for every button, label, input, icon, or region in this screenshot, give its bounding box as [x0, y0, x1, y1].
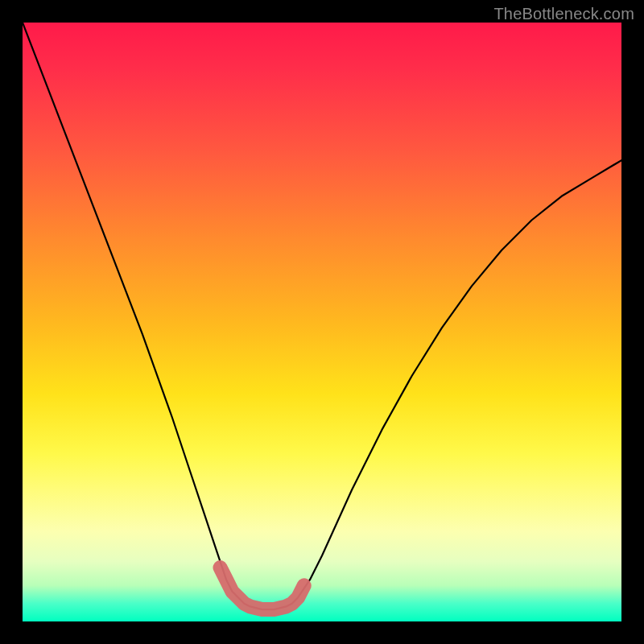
- trough-highlight: [221, 568, 304, 609]
- chart-svg: [23, 23, 621, 621]
- chart-frame: [23, 23, 621, 621]
- curve-line: [23, 23, 621, 609]
- watermark-text: TheBottleneck.com: [493, 5, 634, 23]
